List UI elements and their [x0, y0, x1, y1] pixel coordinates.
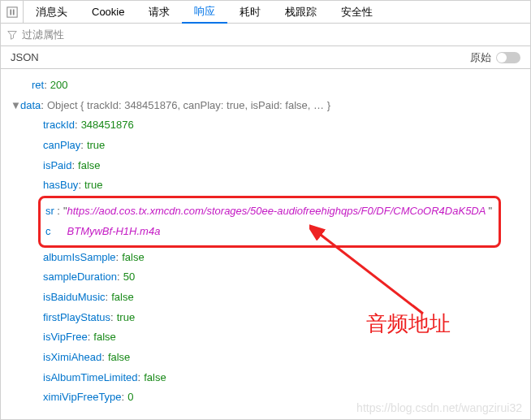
tree-row[interactable]: isXimiAhead:false: [11, 348, 527, 368]
tab-response[interactable]: 响应: [182, 1, 227, 24]
svg-rect-1: [10, 9, 11, 15]
watermark: https://blog.csdn.net/wangzirui32: [356, 401, 522, 414]
raw-label: 原始: [470, 50, 491, 65]
svg-rect-0: [6, 6, 16, 16]
filter-icon: [7, 30, 17, 40]
tab-stack[interactable]: 栈跟踪: [273, 1, 329, 24]
tree-row[interactable]: ret:200: [11, 76, 527, 96]
tree-row[interactable]: isPaid:false: [11, 156, 527, 176]
twisty-icon[interactable]: ▼: [11, 96, 19, 116]
json-label: JSON: [11, 51, 39, 63]
tab-bar: 消息头 Cookie 请求 响应 耗时 栈跟踪 安全性: [1, 1, 530, 24]
tree-row[interactable]: isAlbumTimeLimited:false: [11, 368, 527, 388]
tree-row-src[interactable]: src:"https://aod.cos.tx.xmcdn.com/storag…: [45, 201, 492, 241]
annotation-label: 音频地址: [366, 310, 451, 338]
svg-rect-2: [12, 9, 14, 15]
tab-security[interactable]: 安全性: [329, 1, 385, 24]
tab-request[interactable]: 请求: [136, 1, 182, 24]
tree-row[interactable]: canPlay:true: [11, 136, 527, 156]
tree-row[interactable]: isBaiduMusic:false: [11, 288, 527, 308]
toggle-switch[interactable]: [496, 52, 520, 63]
pause-icon[interactable]: [1, 1, 24, 24]
tree-row[interactable]: sampleDuration:50: [11, 267, 527, 288]
filter-placeholder: 过滤属性: [22, 28, 64, 42]
json-header: JSON 原始: [1, 46, 530, 69]
tree-row-data[interactable]: ▼data:Object { trackId: 348451876, canPl…: [11, 96, 527, 116]
raw-toggle[interactable]: 原始: [470, 50, 520, 65]
filter-bar[interactable]: 过滤属性: [1, 24, 530, 46]
tab-cookie[interactable]: Cookie: [80, 1, 136, 24]
json-tree: ret:200 ▼data:Object { trackId: 34845187…: [1, 69, 530, 414]
tree-row[interactable]: trackId:348451876: [11, 115, 527, 136]
tab-headers[interactable]: 消息头: [24, 1, 80, 24]
tree-row[interactable]: albumIsSample:false: [11, 248, 527, 268]
src-highlight-box: src:"https://aod.cos.tx.xmcdn.com/storag…: [38, 196, 501, 247]
tab-timing[interactable]: 耗时: [227, 1, 273, 24]
tree-row[interactable]: hasBuy:true: [11, 175, 527, 196]
